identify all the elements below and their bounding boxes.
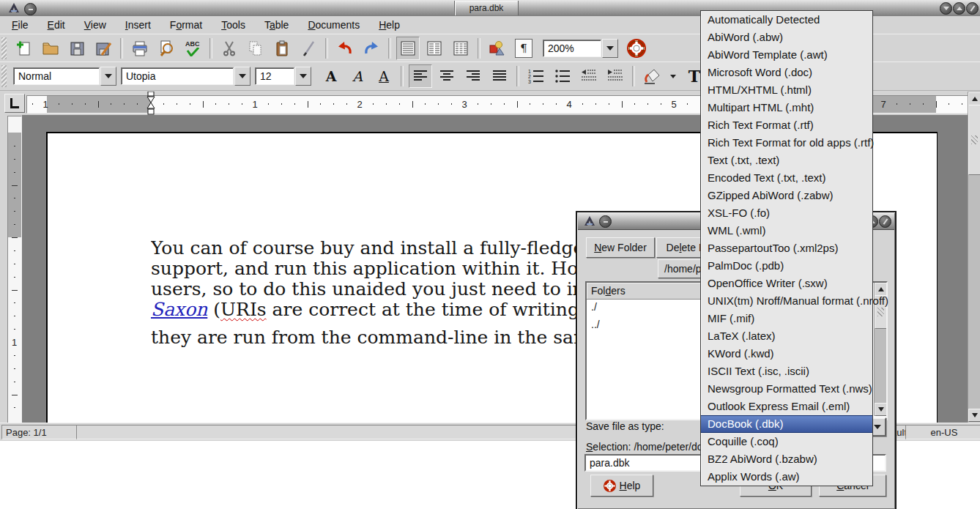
save-button[interactable] (65, 37, 89, 60)
save-as-button[interactable] (92, 37, 115, 60)
menu-tools[interactable]: Tools (214, 17, 253, 33)
align-justify-icon (491, 68, 508, 84)
vertical-scrollbar[interactable] (968, 92, 980, 423)
menu-format[interactable]: Format (163, 17, 209, 33)
style-dropdown-button[interactable] (100, 67, 116, 86)
menu-documents[interactable]: Documents (300, 17, 367, 33)
vertical-ruler[interactable]: 1 (7, 116, 22, 423)
format-option-9[interactable]: Text (.txt, .text) (701, 152, 872, 169)
underline-button[interactable]: A (372, 64, 396, 88)
format-option-21[interactable]: ISCII Text (.isc, .iscii) (701, 363, 872, 380)
show-paragraphs-button[interactable]: ¶ (512, 37, 535, 60)
format-option-15[interactable]: PalmDoc (.pdb) (701, 257, 872, 275)
bold-button[interactable]: A (319, 64, 343, 88)
format-option-27[interactable]: Applix Words (.aw) (701, 468, 872, 486)
style-input[interactable]: Normal (13, 67, 100, 85)
format-option-8[interactable]: Rich Text Format for old apps (.rtf) (701, 134, 872, 152)
print-preview-button[interactable] (155, 37, 178, 60)
format-option-22[interactable]: Newsgroup Formatted Text (.nws) (701, 380, 872, 398)
format-option-6[interactable]: Multipart HTML (.mht) (701, 99, 872, 116)
format-option-18[interactable]: MIF (.mif) (701, 310, 872, 327)
format-option-11[interactable]: GZipped AbiWord (.zabw) (701, 187, 872, 204)
spell-check-button[interactable]: ABC (181, 37, 204, 60)
view-two-columns-button[interactable] (423, 37, 446, 60)
new-folder-button[interactable]: New Folder (586, 237, 655, 258)
copy-button[interactable] (244, 37, 267, 60)
open-file-button[interactable] (39, 37, 62, 60)
cut-button[interactable] (218, 37, 241, 60)
help-button[interactable] (625, 37, 648, 60)
format-option-12[interactable]: XSL-FO (.fo) (701, 204, 872, 222)
scroll-down-button[interactable] (968, 409, 980, 422)
size-input[interactable]: 12 (255, 67, 294, 85)
window-menu-button[interactable] (24, 3, 37, 15)
dialog-window-menu-button[interactable] (599, 215, 612, 228)
toolbar-separator (388, 38, 391, 59)
align-justify-button[interactable] (488, 64, 511, 88)
format-option-13[interactable]: WML (.wml) (701, 222, 872, 239)
highlight-color-dropdown[interactable] (667, 64, 680, 88)
format-option-26[interactable]: BZ2 AbiWord (.bzabw) (701, 450, 872, 468)
zoom-input[interactable]: 200% (543, 40, 601, 57)
format-option-1[interactable]: Automatically Detected (701, 11, 872, 29)
print-button[interactable] (128, 37, 152, 60)
text-run: they are run from the command-line in th… (151, 327, 645, 348)
insert-image-button[interactable] (486, 37, 509, 60)
menu-insert[interactable]: Insert (118, 17, 158, 33)
format-option-19[interactable]: LaTeX (.latex) (701, 327, 872, 345)
format-option-20[interactable]: KWord (.kwd) (701, 345, 872, 363)
format-option-23[interactable]: Outlook Express Email (.eml) (701, 398, 872, 415)
increase-indent-button[interactable] (604, 64, 627, 88)
italic-button[interactable]: A (346, 64, 369, 88)
slash-close-icon (970, 5, 975, 12)
format-option-7[interactable]: Rich Text Format (.rtf) (701, 116, 872, 134)
highlight-color-button[interactable] (640, 64, 664, 88)
zoom-dropdown-button[interactable] (602, 39, 618, 58)
font-dropdown-button[interactable] (234, 67, 250, 86)
toolbar-drag-handle[interactable] (1, 37, 7, 59)
numbered-list-button[interactable]: 123 (524, 64, 548, 88)
format-option-3[interactable]: AbiWord Template (.awt) (701, 46, 872, 64)
dialog-close-button[interactable] (879, 215, 891, 228)
font-input[interactable]: Utopia (121, 67, 234, 85)
close-button[interactable] (966, 2, 979, 15)
stylus-button[interactable] (297, 37, 320, 60)
menu-table[interactable]: Table (257, 17, 296, 33)
menu-edit[interactable]: Edit (40, 17, 73, 33)
indent-markers[interactable] (146, 92, 156, 115)
scroll-down-button[interactable] (875, 403, 888, 416)
dialog-help-button[interactable]: Help (590, 475, 653, 497)
minimize-button[interactable] (940, 2, 952, 15)
format-option-5[interactable]: HTML/XHTML (.html) (701, 81, 872, 99)
view-normal-button[interactable] (396, 37, 420, 60)
format-option-4[interactable]: Microsoft Word (.doc) (701, 64, 872, 81)
paste-button[interactable] (270, 37, 294, 60)
align-center-button[interactable] (435, 64, 459, 88)
format-option-10[interactable]: Encoded Text (.txt, .text) (701, 169, 872, 187)
view-three-columns-button[interactable] (449, 37, 472, 60)
size-dropdown-button[interactable] (295, 67, 311, 86)
align-left-button[interactable] (409, 64, 432, 88)
ruler-tick (504, 103, 505, 105)
menu-file[interactable]: File (4, 17, 36, 33)
bullet-list-button[interactable] (551, 64, 574, 88)
format-option-25[interactable]: Coquille (.coq) (701, 433, 872, 450)
menu-help[interactable]: Help (371, 17, 407, 33)
decrease-indent-button[interactable] (577, 64, 601, 88)
hyperlink[interactable]: Saxon (151, 299, 207, 320)
format-option-2[interactable]: AbiWord (.abw) (701, 29, 872, 46)
menu-view[interactable]: View (77, 17, 114, 33)
tab-type-selector[interactable] (4, 94, 25, 113)
new-document-button[interactable] (12, 37, 36, 60)
format-option-16[interactable]: OpenOffice Writer (.sxw) (701, 275, 872, 292)
format-option-14[interactable]: PassepartoutToo (.xml2ps) (701, 239, 872, 257)
undo-button[interactable] (333, 37, 357, 60)
redo-button[interactable] (360, 37, 383, 60)
scrollbar-thumb[interactable] (968, 105, 980, 175)
scroll-up-button[interactable] (968, 92, 980, 105)
align-right-button[interactable] (461, 64, 485, 88)
toolbar-drag-handle[interactable] (1, 65, 7, 87)
maximize-button[interactable] (953, 2, 965, 15)
format-option-24[interactable]: DocBook (.dbk) (701, 415, 872, 433)
format-option-17[interactable]: UNIX(tm) Nroff/Manual format (.nroff) (701, 292, 872, 310)
